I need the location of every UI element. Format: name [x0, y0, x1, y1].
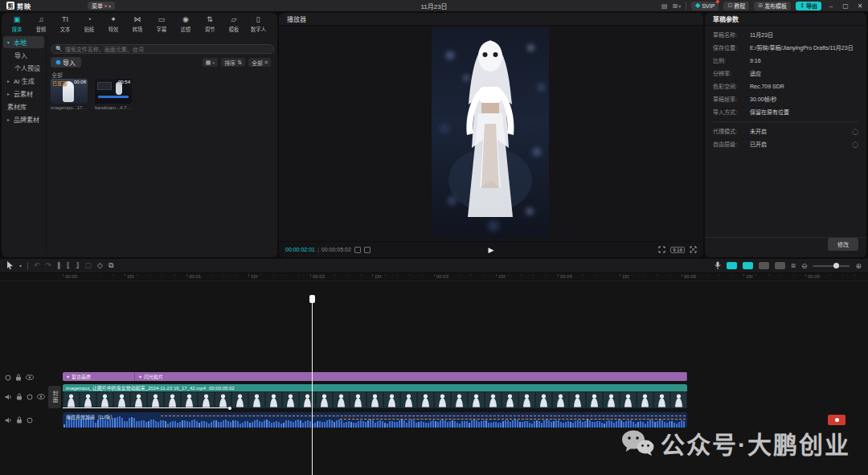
waveform-bar — [476, 420, 477, 428]
toolbar-item-digital-human[interactable]: ▯数字人 — [246, 14, 270, 34]
minimize-button[interactable]: – — [826, 2, 836, 10]
timeline-zoom-slider[interactable] — [813, 265, 850, 267]
playhead-handle[interactable] — [309, 295, 315, 303]
effect-segment[interactable]: ✦闪光胶片 — [135, 372, 687, 381]
info-icon[interactable]: ◯ — [852, 128, 858, 135]
cover-button[interactable]: 封面 — [48, 386, 61, 408]
main-track-magnet-toggle[interactable] — [727, 262, 737, 269]
waveform-bar — [338, 420, 340, 428]
fullscreen-icon[interactable] — [690, 246, 697, 253]
sidebar-item-AI 生成[interactable]: ▸AI 生成 — [3, 75, 44, 87]
info-icon[interactable]: ◯ — [852, 141, 858, 148]
media-thumb[interactable]: 已置顶00:08 — [51, 79, 88, 104]
layout-panels-icon[interactable]: ▤ — [661, 2, 668, 10]
effect-segment[interactable]: ✦复古画质 — [63, 372, 135, 381]
circle-icon[interactable] — [27, 417, 33, 424]
import-button[interactable]: 导入 — [51, 57, 81, 68]
global-preview-zoom-icon[interactable]: ⧈ — [791, 262, 796, 269]
toolbar-item-sticker[interactable]: ◔贴纸 — [77, 14, 101, 34]
toolbar-item-media[interactable]: ▣媒体 — [5, 14, 29, 34]
publish-template-button[interactable]: ⊞ 发布模板 — [754, 2, 791, 10]
undo-icon[interactable]: ↶ — [34, 262, 40, 269]
svip-button[interactable]: ◆ SVIP — [691, 2, 719, 10]
preview-axis-toggle[interactable] — [775, 262, 785, 269]
preview-video[interactable] — [432, 27, 549, 238]
play-button[interactable]: ▶ — [489, 246, 494, 254]
tutorial-button[interactable]: ⊡ 教程 — [723, 2, 749, 10]
media-item[interactable]: 已置顶00:08imageinpu...17_42.mp4 — [51, 79, 88, 110]
search-bar[interactable]: 🔍 — [51, 44, 274, 54]
preview-quality-icon[interactable] — [354, 247, 361, 253]
view-mode-button[interactable]: ▦▾ — [203, 58, 218, 67]
freeze-frame-icon[interactable]: ◇ — [97, 262, 103, 269]
circle-icon[interactable] — [27, 394, 33, 400]
toolbar-item-template[interactable]: ▱模板 — [222, 14, 246, 34]
delete-icon[interactable]: ▢ — [85, 262, 92, 269]
sparkle-icon: ✦ — [66, 374, 70, 379]
ruler-tick — [682, 274, 682, 276]
close-button[interactable]: ✕ — [855, 2, 865, 10]
toolbar-item-transition[interactable]: ⋈转场 — [125, 14, 149, 34]
timeline-ruler[interactable]: 00:0015f00:0115f00:0215f00:0315f00:0415f… — [0, 273, 868, 281]
search-input[interactable] — [65, 47, 269, 52]
filter-button[interactable]: 全部 ≡ — [248, 58, 271, 67]
speaker-icon[interactable] — [5, 417, 12, 424]
linkage-toggle[interactable] — [759, 262, 769, 269]
workspace-switch-icon[interactable]: ⊞▾ — [673, 2, 682, 10]
auto-snap-toggle[interactable] — [743, 262, 753, 269]
toolbar-item-filter[interactable]: ◉滤镜 — [174, 14, 198, 34]
sidebar-item-云素材[interactable]: ▸云素材 — [3, 88, 44, 100]
toolbar-item-text[interactable]: TI文本 — [53, 14, 77, 34]
sidebar-item-素材库[interactable]: 素材库 — [3, 100, 44, 113]
fit-screen-icon[interactable] — [658, 246, 665, 253]
circle-icon[interactable] — [5, 375, 11, 381]
export-button[interactable]: ↥ 导出 — [796, 2, 821, 10]
video-clip[interactable]: imageinput_让图片中的鬼女舞动起来_2024-11-23 16_17_… — [63, 384, 687, 408]
eye-icon[interactable] — [37, 394, 45, 399]
media-item[interactable]: 00:54bandicam...4.738.mp4 — [95, 79, 132, 110]
lock-icon[interactable] — [16, 393, 23, 400]
maximize-button[interactable]: ▢ — [841, 2, 850, 10]
waveform-bar — [165, 421, 166, 428]
zoom-out-icon[interactable]: ⊖ — [801, 262, 808, 270]
media-thumb[interactable]: 00:54 — [95, 79, 132, 104]
modify-button[interactable]: 修改 — [828, 238, 858, 251]
sort-button[interactable]: 排序 ⇅ — [221, 58, 245, 67]
export-icon: ↥ — [800, 2, 805, 9]
sidebar-item-品牌素材[interactable]: ▸品牌素材 — [3, 113, 44, 125]
zoom-in-icon[interactable]: ⊕ — [855, 262, 862, 270]
split-icon[interactable]: ∥ — [57, 262, 61, 269]
waveform-bar — [326, 420, 328, 428]
toolbar-item-audio[interactable]: ♫音频 — [29, 14, 53, 34]
playhead[interactable] — [312, 296, 313, 475]
record-voiceover-icon[interactable] — [714, 261, 721, 270]
waveform-bar — [401, 420, 403, 428]
aspect-ratio-button[interactable]: 9:16 — [670, 247, 685, 253]
toolbar-item-label: 特效 — [108, 25, 119, 32]
menu-button[interactable]: 菜单 ▾ — [88, 2, 115, 10]
toolbar-item-adjust[interactable]: ⇅调节 — [198, 14, 222, 34]
toolbar-item-effects[interactable]: ✦特效 — [101, 14, 125, 34]
sidebar-item-个人预设[interactable]: 个人预设 — [3, 62, 44, 74]
waveform-bar — [131, 417, 133, 428]
audio-clip[interactable]: 魔性音效加速（DJ版） — [63, 412, 687, 428]
trim-right-icon[interactable]: ⟧ — [76, 262, 79, 269]
lock-icon[interactable] — [16, 416, 23, 424]
mirror-preview-icon[interactable] — [364, 247, 371, 253]
ruler-subtick — [360, 274, 361, 276]
chevron-down-icon[interactable]: ▾ — [19, 263, 22, 268]
param-value: 30.00帧/秒 — [750, 96, 858, 103]
sidebar-item-本地[interactable]: ▾本地 — [3, 36, 44, 48]
select-tool-icon[interactable] — [6, 261, 14, 271]
zoom-slider-knob[interactable] — [833, 263, 839, 268]
waveform-bar — [252, 422, 253, 428]
sidebar-item-导入[interactable]: 导入 — [3, 49, 44, 61]
app-logo-text: 剪映 — [17, 2, 31, 10]
redo-icon[interactable]: ↷ — [46, 262, 52, 269]
speaker-icon[interactable] — [5, 394, 12, 400]
toolbar-item-captions[interactable]: ▭字幕 — [149, 14, 174, 34]
eye-icon[interactable] — [26, 375, 34, 380]
lock-icon[interactable] — [15, 374, 22, 381]
trim-left-icon[interactable]: ⟦ — [67, 262, 70, 269]
mirror-icon[interactable]: ⧉ — [108, 262, 113, 269]
